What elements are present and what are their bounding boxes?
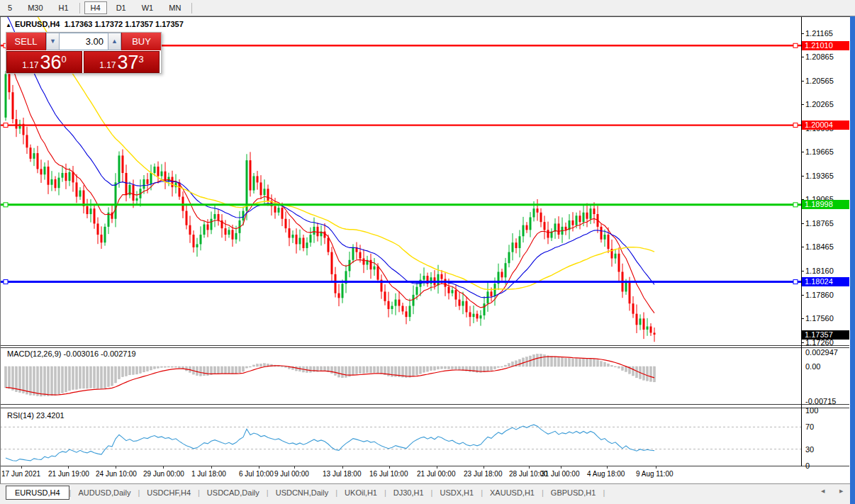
separator-macd-rsi-2 — [0, 408, 849, 408]
price-line-badge: 1.18024 — [802, 277, 849, 286]
rsi-panel[interactable] — [0, 425, 801, 461]
line-drag-handle[interactable] — [793, 203, 798, 207]
time-axis-label: 31 Jul 00:00 — [541, 470, 580, 478]
time-axis-tickmark — [211, 466, 212, 469]
chart-symbol-label: EURUSD,H4 — [15, 20, 60, 28]
time-axis-label: 6 Jul 10:00 — [239, 470, 274, 478]
chart-title: ▲EURUSD,H4 1.17363 1.17372 1.17357 1.173… — [6, 20, 184, 28]
time-axis-label: 13 Jul 18:00 — [323, 470, 362, 478]
price-axis-label: 1.18465 — [805, 242, 834, 251]
window-left-border — [0, 17, 1, 500]
time-axis-tickmark — [21, 466, 22, 469]
price-axis-label: 1.20265 — [805, 100, 834, 108]
sell-button[interactable]: SELL — [6, 33, 46, 50]
time-axis-tickmark — [259, 466, 259, 469]
price-axis-tickmark — [801, 271, 804, 271]
chart-tab-audusd[interactable]: AUDUSD,Daily — [71, 486, 138, 499]
price-line-badge: 1.20004 — [802, 121, 849, 130]
time-axis-label: 1 Jul 18:00 — [191, 470, 226, 478]
current-price-badge: 1.17357 — [802, 330, 849, 340]
buy-price-prefix: 1.17 — [99, 60, 116, 70]
buy-price-big: 37 — [118, 54, 139, 72]
time-axis-label: 24 Jun 10:00 — [96, 470, 137, 478]
price-axis-tickmark — [801, 318, 804, 319]
line-drag-handle[interactable] — [793, 280, 798, 284]
macd-label: MACD(12,26,9) -0.003016 -0.002719 — [7, 349, 136, 358]
mt4-chart-window: 5M30H1H4D1W1MN ▲EURUSD,H4 1.17363 1.1737… — [0, 0, 855, 504]
line-drag-handle[interactable] — [4, 123, 8, 128]
chart-tab-usdcad[interactable]: USDCAD,Daily — [200, 486, 267, 499]
rsi-axis-label: 70 — [805, 422, 814, 431]
time-axis-label: 21 Jul 00:00 — [417, 470, 456, 478]
separator-main-macd[interactable] — [0, 345, 849, 346]
price-axis-tickmark — [801, 152, 804, 152]
price-axis-tickmark — [801, 57, 804, 57]
time-axis-tickmark — [561, 466, 561, 469]
line-drag-handle[interactable] — [4, 280, 8, 284]
price-axis-tickmark — [801, 247, 804, 247]
buy-button[interactable]: BUY — [121, 33, 161, 50]
time-axis-tickmark — [68, 466, 69, 469]
price-axis-label: 1.21165 — [805, 29, 833, 38]
rsi-label: RSI(14) 23.4201 — [7, 411, 65, 420]
price-axis-tickmark — [801, 81, 804, 82]
time-axis-label: 21 Jun 19:00 — [48, 470, 89, 478]
separator-main-macd-2 — [0, 347, 849, 348]
price-axis-label: 1.20565 — [805, 77, 834, 85]
time-axis-tickmark — [484, 466, 484, 469]
volume-input[interactable]: 3.00 — [60, 33, 108, 50]
chart-tab-xauusd[interactable]: XAUUSD,H1 — [483, 486, 542, 499]
buy-price-display[interactable]: 1.17 37 3 — [84, 51, 160, 73]
separator-macd-rsi[interactable] — [0, 404, 849, 405]
chart-tab-usdcnh[interactable]: USDCNH,Daily — [269, 486, 336, 499]
time-axis-label: 17 Jun 2021 — [1, 470, 40, 478]
time-axis-label: 9 Aug 11:00 — [636, 470, 674, 478]
rsi-axis-label: 100 — [805, 406, 818, 415]
tab-scroll-right-icon[interactable]: ▶ — [839, 488, 843, 494]
price-axis-border — [801, 17, 802, 466]
macd-axis-label: 0.002947 — [805, 348, 838, 357]
tab-scroll-left-icon[interactable]: ◀ — [821, 488, 825, 494]
line-drag-handle[interactable] — [4, 203, 8, 207]
line-drag-handle[interactable] — [793, 43, 798, 47]
time-axis-label: 23 Jul 18:00 — [464, 470, 503, 478]
line-drag-handle[interactable] — [793, 123, 798, 128]
chevron-up-icon: ▲ — [111, 38, 118, 45]
price-line-badge: 1.18998 — [802, 200, 849, 209]
chart-plot-area[interactable] — [0, 0, 855, 504]
chart-collapse-icon[interactable]: ▲ — [6, 22, 11, 28]
buy-price-sup: 3 — [139, 54, 144, 65]
chart-tab-bar: EURUSD,H4|AUDUSD,Daily|USDCHF,H4|USDCAD,… — [0, 483, 850, 501]
chart-tab-eurusd[interactable]: EURUSD,H4 — [6, 486, 69, 500]
time-axis-tickmark — [389, 466, 390, 469]
time-axis-label: 16 Jul 10:00 — [369, 470, 408, 478]
macd-panel[interactable] — [5, 354, 656, 396]
time-axis-tickmark — [294, 466, 295, 469]
rsi-axis-label: 30 — [805, 445, 814, 454]
sell-price-big: 36 — [40, 54, 62, 72]
time-axis-tickmark — [437, 466, 437, 469]
chevron-down-icon: ▼ — [50, 38, 56, 45]
volume-increase-button[interactable]: ▲ — [108, 33, 121, 50]
chart-ohlc-values: 1.17363 1.17372 1.17357 1.17357 — [65, 20, 184, 28]
chart-tab-ukoil[interactable]: UKOil,H1 — [337, 486, 384, 499]
price-axis-label: 1.19665 — [805, 147, 834, 156]
price-line-badge: 1.21010 — [802, 41, 849, 50]
chart-tab-usdchf[interactable]: USDCHF,H4 — [140, 486, 198, 499]
price-axis-label: 1.19365 — [805, 172, 834, 180]
chart-tab-dj30[interactable]: DJ30,H1 — [386, 486, 431, 499]
price-axis-label: 1.17560 — [805, 314, 834, 323]
time-axis-tickmark — [607, 466, 608, 469]
time-axis-tickmark — [163, 466, 164, 469]
time-axis-label: 9 Jul 00:00 — [274, 470, 309, 478]
price-axis-label: 1.18765 — [805, 219, 834, 228]
macd-axis-label: 0.00 — [805, 362, 820, 371]
chart-tab-usdx[interactable]: USDX,H1 — [432, 486, 481, 499]
chart-tab-gbpusd[interactable]: GBPUSD,H1 — [544, 486, 603, 499]
volume-decrease-button[interactable]: ▼ — [46, 33, 60, 50]
price-axis-tickmark — [801, 33, 804, 34]
time-axis-tickmark — [116, 466, 116, 469]
rsi-axis-label: 0 — [805, 461, 810, 470]
sell-price-display[interactable]: 1.17 36 0 — [6, 51, 82, 73]
price-axis-label: 1.17260 — [805, 338, 834, 347]
